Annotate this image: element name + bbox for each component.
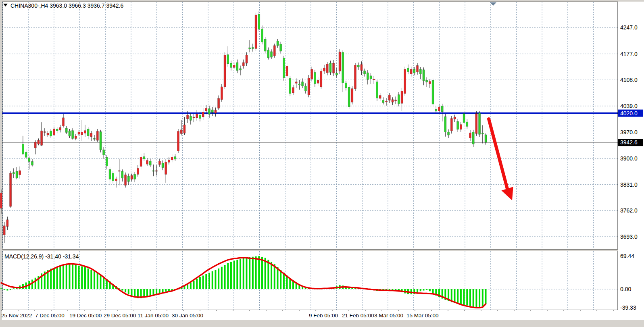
bear-candle[interactable]: [252, 48, 254, 49]
bear-candle[interactable]: [112, 173, 114, 181]
bear-candle[interactable]: [485, 135, 487, 142]
bull-candle[interactable]: [177, 131, 179, 151]
bull-candle[interactable]: [438, 107, 440, 111]
bear-candle[interactable]: [413, 69, 415, 73]
bull-candle[interactable]: [401, 91, 403, 103]
bull-candle[interactable]: [205, 108, 207, 111]
bear-candle[interactable]: [106, 157, 108, 166]
bull-candle[interactable]: [96, 131, 98, 140]
bull-candle[interactable]: [44, 132, 46, 133]
bull-candle[interactable]: [215, 110, 217, 113]
bear-candle[interactable]: [367, 73, 369, 79]
bear-candle[interactable]: [174, 156, 176, 159]
bull-candle[interactable]: [404, 69, 406, 94]
bull-candle[interactable]: [224, 55, 226, 87]
bear-candle[interactable]: [463, 114, 465, 123]
bear-candle[interactable]: [271, 52, 273, 57]
bull-candle[interactable]: [140, 157, 142, 166]
bull-candle[interactable]: [115, 179, 117, 181]
bull-candle[interactable]: [379, 96, 381, 98]
bear-candle[interactable]: [152, 171, 154, 171]
bull-candle[interactable]: [180, 130, 182, 133]
bull-candle[interactable]: [84, 131, 86, 133]
bear-candle[interactable]: [162, 163, 164, 167]
bear-candle[interactable]: [208, 108, 210, 114]
bear-candle[interactable]: [211, 110, 213, 112]
bull-candle[interactable]: [361, 65, 363, 71]
bear-candle[interactable]: [342, 52, 344, 83]
bear-candle[interactable]: [227, 54, 229, 63]
bull-candle[interactable]: [454, 117, 456, 119]
bull-candle[interactable]: [168, 160, 170, 162]
bull-candle[interactable]: [165, 162, 167, 175]
bull-candle[interactable]: [320, 71, 322, 87]
bear-candle[interactable]: [56, 129, 58, 131]
bull-candle[interactable]: [47, 133, 49, 135]
bear-candle[interactable]: [329, 63, 331, 72]
bear-candle[interactable]: [22, 144, 24, 154]
bear-candle[interactable]: [277, 41, 279, 46]
bear-candle[interactable]: [31, 162, 33, 165]
bull-candle[interactable]: [326, 64, 328, 73]
bear-candle[interactable]: [72, 131, 74, 139]
bear-candle[interactable]: [261, 29, 263, 42]
bull-candle[interactable]: [187, 115, 189, 119]
bear-candle[interactable]: [283, 58, 285, 78]
bear-candle[interactable]: [435, 109, 437, 111]
bull-candle[interactable]: [292, 87, 294, 93]
bear-candle[interactable]: [298, 84, 300, 85]
bear-candle[interactable]: [121, 171, 123, 178]
bull-candle[interactable]: [34, 142, 36, 148]
bull-candle[interactable]: [6, 220, 8, 227]
bull-candle[interactable]: [19, 171, 21, 175]
bull-candle[interactable]: [295, 82, 297, 83]
bull-candle[interactable]: [59, 127, 61, 130]
bear-candle[interactable]: [479, 113, 481, 134]
bull-candle[interactable]: [63, 118, 65, 126]
bull-candle[interactable]: [221, 87, 223, 100]
bear-candle[interactable]: [441, 106, 443, 112]
bear-candle[interactable]: [348, 87, 350, 107]
bear-candle[interactable]: [382, 100, 384, 103]
bear-candle[interactable]: [236, 62, 238, 71]
bull-candle[interactable]: [386, 101, 388, 102]
bull-candle[interactable]: [118, 171, 120, 171]
bull-candle[interactable]: [202, 112, 204, 117]
bear-candle[interactable]: [149, 161, 151, 165]
bear-candle[interactable]: [65, 128, 67, 132]
bear-candle[interactable]: [87, 129, 89, 136]
bear-candle[interactable]: [264, 39, 266, 51]
bull-candle[interactable]: [193, 117, 195, 118]
bear-candle[interactable]: [336, 73, 338, 75]
bear-candle[interactable]: [423, 70, 425, 81]
bull-candle[interactable]: [218, 98, 220, 108]
bull-candle[interactable]: [81, 132, 83, 135]
bear-candle[interactable]: [258, 14, 260, 29]
bull-candle[interactable]: [388, 95, 390, 100]
bear-candle[interactable]: [302, 82, 304, 86]
bear-candle[interactable]: [472, 132, 474, 144]
bear-candle[interactable]: [398, 95, 400, 104]
bear-candle[interactable]: [100, 132, 102, 150]
bear-candle[interactable]: [103, 150, 105, 155]
bear-candle[interactable]: [345, 83, 347, 88]
bear-candle[interactable]: [426, 80, 428, 82]
bull-candle[interactable]: [146, 160, 148, 164]
bull-candle[interactable]: [373, 79, 375, 80]
bear-candle[interactable]: [432, 80, 434, 104]
chart-canvas[interactable]: 4247.04177.04108.04039.03970.03900.03831…: [0, 0, 644, 327]
bull-candle[interactable]: [450, 119, 452, 131]
bear-candle[interactable]: [448, 132, 450, 135]
bull-candle[interactable]: [354, 65, 356, 89]
bull-candle[interactable]: [308, 78, 310, 95]
bull-candle[interactable]: [125, 175, 127, 185]
bear-candle[interactable]: [25, 152, 27, 157]
bull-candle[interactable]: [273, 46, 275, 56]
bull-candle[interactable]: [3, 226, 5, 235]
bull-candle[interactable]: [395, 100, 397, 101]
bear-candle[interactable]: [314, 72, 316, 83]
bear-candle[interactable]: [280, 44, 282, 51]
bear-candle[interactable]: [28, 158, 30, 161]
bull-candle[interactable]: [158, 161, 160, 165]
bull-candle[interactable]: [246, 55, 248, 63]
